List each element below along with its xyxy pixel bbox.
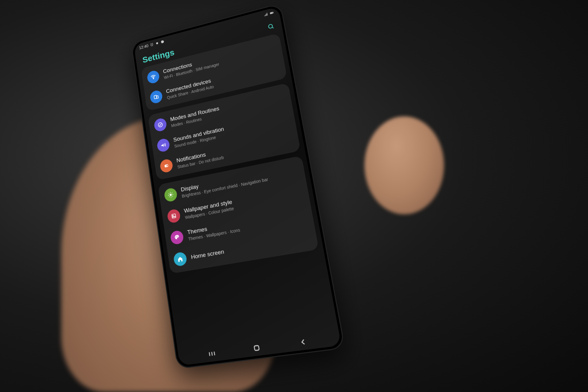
search-button[interactable] — [267, 22, 275, 32]
thumb — [364, 116, 444, 214]
settings-groups: Connections Wi-Fi · Bluetooth · SIM mana… — [137, 32, 323, 274]
brightness-icon — [164, 187, 178, 202]
nav-home-button[interactable] — [252, 343, 262, 353]
wallpaper-icon — [167, 208, 181, 224]
nav-back-button[interactable] — [298, 337, 308, 347]
nav-recents-button[interactable] — [207, 349, 217, 359]
svg-rect-3 — [273, 12, 273, 13]
item-title: Home screen — [190, 248, 224, 261]
svg-line-28 — [212, 352, 213, 356]
svg-point-1 — [156, 42, 158, 44]
svg-line-27 — [209, 352, 210, 356]
alarm-icon — [150, 42, 154, 47]
home-icon — [173, 251, 187, 267]
signal-icon — [263, 12, 268, 17]
messenger-icon — [160, 40, 165, 44]
battery-icon — [269, 10, 274, 15]
sound-icon — [156, 138, 170, 153]
themes-icon — [170, 230, 184, 245]
svg-rect-30 — [254, 345, 259, 351]
svg-line-20 — [169, 196, 170, 197]
svg-line-29 — [214, 352, 215, 355]
svg-point-23 — [172, 215, 173, 216]
svg-rect-9 — [156, 96, 158, 99]
svg-point-7 — [153, 78, 154, 79]
svg-point-13 — [169, 194, 172, 196]
svg-rect-11 — [164, 164, 168, 168]
devices-icon — [149, 89, 163, 104]
svg-line-6 — [272, 27, 274, 28]
notifications-icon — [160, 158, 174, 174]
svg-line-18 — [169, 193, 169, 194]
app-indicator-icon — [155, 41, 159, 46]
svg-point-5 — [268, 24, 273, 28]
wifi-icon — [146, 70, 160, 85]
modes-icon — [153, 117, 167, 132]
svg-line-21 — [172, 193, 172, 193]
svg-line-19 — [172, 196, 173, 196]
photo-scene: 12:40 — [0, 0, 588, 392]
